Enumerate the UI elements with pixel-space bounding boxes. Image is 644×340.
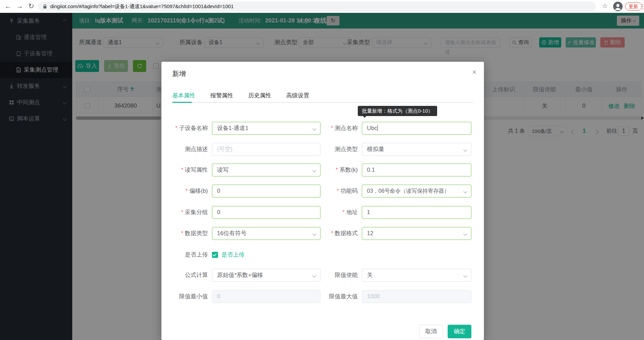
upload-label: 是否上传 [161,248,208,261]
data-format-select[interactable]: 12 [362,227,471,240]
point-name-label: 测点名称 [304,122,358,135]
chrome-menu-icon[interactable]: ⋮ [640,3,644,10]
chevron-down-icon [463,232,467,235]
data-type-label: 数据类型 [161,227,208,240]
modal-tabs: 基本属性 报警属性 历史属性 高级设置 [172,90,309,102]
address-input[interactable]: 1 [362,206,471,219]
func-code-select[interactable]: 03，06号命令（读写保持寄存器） [362,185,471,197]
cancel-button[interactable]: 取消 [419,325,443,338]
limit-enable-label: 限值使能 [304,269,358,282]
coefficient-input[interactable]: 0.1 [362,164,471,176]
sub-device-label: 子设备名称 [161,122,208,135]
avatar[interactable] [613,2,623,11]
tab-history-props[interactable]: 历史属性 [248,90,271,102]
chevron-down-icon [463,148,467,151]
lock-icon[interactable] [43,4,47,9]
add-point-modal: 新增 × 基本属性 报警属性 历史属性 高级设置 批量新增：格式为（测点0-10… [161,62,484,340]
reload-icon[interactable]: ↻ [26,1,36,11]
tab-basic-props[interactable]: 基本属性 [172,90,195,102]
address-bar[interactable]: dingiiot.com/#/taginfo?label=设备1-通道1&val… [38,2,596,11]
collect-group-label: 采集分组 [161,206,208,219]
address-label: 地址 [304,206,358,219]
confirm-button[interactable]: 确定 [448,325,471,338]
modal-title: 新增 [172,69,186,78]
point-desc-label: 测点描述 [161,143,208,156]
point-type-label: 测点类型 [304,143,358,156]
active-tab-underline [172,102,192,103]
limit-enable-select[interactable]: 关 [362,269,471,282]
tab-advanced-settings[interactable]: 高级设置 [286,90,309,102]
data-format-label: 数据格式 [304,227,358,240]
close-icon[interactable]: × [472,68,476,77]
point-type-select[interactable]: 模拟量 [362,143,471,156]
coefficient-label: 系数(k) [304,164,358,176]
offset-label: 偏移(b) [161,185,208,197]
rw-attr-label: 读写属性 [161,164,208,176]
batch-add-tooltip: 批量新增：格式为（测点0-10） [358,106,437,116]
back-icon[interactable]: ← [3,1,13,11]
screen: { "browser": { "url": "dingiiot.com/#/ta… [0,0,644,340]
upload-checkbox-label[interactable]: 是否上传 [221,248,245,261]
limit-max-label: 限值最大值 [304,290,358,303]
point-name-input[interactable]: Ubc [362,122,471,135]
limit-min-label: 限值最小值 [161,290,208,303]
tabs-underline [172,102,473,103]
chevron-down-icon [463,273,467,277]
bookmark-star-icon[interactable]: ☆ [600,1,610,11]
formula-label: 公式计算 [161,269,208,282]
url-text[interactable]: dingiiot.com/#/taginfo?label=设备1-通道1&val… [50,3,234,10]
func-code-label: 功能码 [304,185,358,197]
limit-max-input: 1000 [362,290,471,303]
upload-row: 是否上传 是否上传 [161,248,484,261]
tooltip-arrow [363,116,367,118]
tab-alarm-props[interactable]: 报警属性 [210,90,233,102]
chevron-down-icon [463,189,467,193]
check-icon [213,252,216,256]
browser-chrome: ← → ↻ dingiiot.com/#/taginfo?label=设备1-通… [0,0,644,13]
forward-icon[interactable]: → [15,1,24,11]
text-cursor [377,125,378,131]
upload-checkbox[interactable] [212,252,218,258]
